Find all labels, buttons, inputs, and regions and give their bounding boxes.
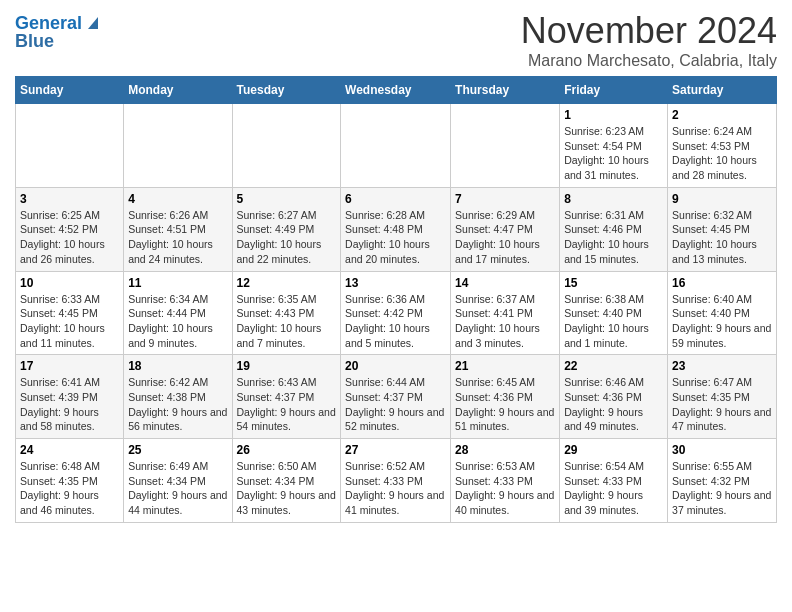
day-number: 3 xyxy=(20,192,119,206)
logo: General Blue xyxy=(15,14,102,52)
day-cell: 25Sunrise: 6:49 AM Sunset: 4:34 PM Dayli… xyxy=(124,439,232,523)
logo-subtext: Blue xyxy=(15,32,54,52)
day-cell: 3Sunrise: 6:25 AM Sunset: 4:52 PM Daylig… xyxy=(16,187,124,271)
day-number: 23 xyxy=(672,359,772,373)
day-cell: 22Sunrise: 6:46 AM Sunset: 4:36 PM Dayli… xyxy=(560,355,668,439)
day-info: Sunrise: 6:54 AM Sunset: 4:33 PM Dayligh… xyxy=(564,459,663,518)
day-info: Sunrise: 6:50 AM Sunset: 4:34 PM Dayligh… xyxy=(237,459,337,518)
day-number: 13 xyxy=(345,276,446,290)
day-cell: 7Sunrise: 6:29 AM Sunset: 4:47 PM Daylig… xyxy=(451,187,560,271)
day-info: Sunrise: 6:44 AM Sunset: 4:37 PM Dayligh… xyxy=(345,375,446,434)
day-cell: 17Sunrise: 6:41 AM Sunset: 4:39 PM Dayli… xyxy=(16,355,124,439)
day-cell: 8Sunrise: 6:31 AM Sunset: 4:46 PM Daylig… xyxy=(560,187,668,271)
day-info: Sunrise: 6:31 AM Sunset: 4:46 PM Dayligh… xyxy=(564,208,663,267)
day-info: Sunrise: 6:43 AM Sunset: 4:37 PM Dayligh… xyxy=(237,375,337,434)
day-number: 15 xyxy=(564,276,663,290)
day-info: Sunrise: 6:45 AM Sunset: 4:36 PM Dayligh… xyxy=(455,375,555,434)
day-number: 10 xyxy=(20,276,119,290)
day-number: 14 xyxy=(455,276,555,290)
day-info: Sunrise: 6:38 AM Sunset: 4:40 PM Dayligh… xyxy=(564,292,663,351)
day-number: 27 xyxy=(345,443,446,457)
day-number: 30 xyxy=(672,443,772,457)
day-cell: 19Sunrise: 6:43 AM Sunset: 4:37 PM Dayli… xyxy=(232,355,341,439)
day-info: Sunrise: 6:46 AM Sunset: 4:36 PM Dayligh… xyxy=(564,375,663,434)
day-number: 1 xyxy=(564,108,663,122)
day-cell: 13Sunrise: 6:36 AM Sunset: 4:42 PM Dayli… xyxy=(341,271,451,355)
day-info: Sunrise: 6:40 AM Sunset: 4:40 PM Dayligh… xyxy=(672,292,772,351)
week-row-2: 3Sunrise: 6:25 AM Sunset: 4:52 PM Daylig… xyxy=(16,187,777,271)
location: Marano Marchesato, Calabria, Italy xyxy=(521,52,777,70)
day-info: Sunrise: 6:28 AM Sunset: 4:48 PM Dayligh… xyxy=(345,208,446,267)
svg-marker-0 xyxy=(88,17,98,29)
day-info: Sunrise: 6:48 AM Sunset: 4:35 PM Dayligh… xyxy=(20,459,119,518)
week-row-4: 17Sunrise: 6:41 AM Sunset: 4:39 PM Dayli… xyxy=(16,355,777,439)
day-info: Sunrise: 6:23 AM Sunset: 4:54 PM Dayligh… xyxy=(564,124,663,183)
day-cell: 12Sunrise: 6:35 AM Sunset: 4:43 PM Dayli… xyxy=(232,271,341,355)
day-cell: 2Sunrise: 6:24 AM Sunset: 4:53 PM Daylig… xyxy=(668,104,777,188)
day-number: 2 xyxy=(672,108,772,122)
col-header-sunday: Sunday xyxy=(16,77,124,104)
day-info: Sunrise: 6:37 AM Sunset: 4:41 PM Dayligh… xyxy=(455,292,555,351)
day-number: 17 xyxy=(20,359,119,373)
calendar-table: SundayMondayTuesdayWednesdayThursdayFrid… xyxy=(15,76,777,523)
day-cell: 6Sunrise: 6:28 AM Sunset: 4:48 PM Daylig… xyxy=(341,187,451,271)
day-cell: 24Sunrise: 6:48 AM Sunset: 4:35 PM Dayli… xyxy=(16,439,124,523)
day-info: Sunrise: 6:41 AM Sunset: 4:39 PM Dayligh… xyxy=(20,375,119,434)
day-number: 16 xyxy=(672,276,772,290)
day-cell xyxy=(451,104,560,188)
day-number: 9 xyxy=(672,192,772,206)
col-header-thursday: Thursday xyxy=(451,77,560,104)
day-number: 25 xyxy=(128,443,227,457)
day-number: 12 xyxy=(237,276,337,290)
day-cell: 18Sunrise: 6:42 AM Sunset: 4:38 PM Dayli… xyxy=(124,355,232,439)
day-number: 5 xyxy=(237,192,337,206)
day-cell: 4Sunrise: 6:26 AM Sunset: 4:51 PM Daylig… xyxy=(124,187,232,271)
day-info: Sunrise: 6:26 AM Sunset: 4:51 PM Dayligh… xyxy=(128,208,227,267)
day-cell: 20Sunrise: 6:44 AM Sunset: 4:37 PM Dayli… xyxy=(341,355,451,439)
day-info: Sunrise: 6:34 AM Sunset: 4:44 PM Dayligh… xyxy=(128,292,227,351)
day-cell xyxy=(124,104,232,188)
day-info: Sunrise: 6:24 AM Sunset: 4:53 PM Dayligh… xyxy=(672,124,772,183)
header-row: SundayMondayTuesdayWednesdayThursdayFrid… xyxy=(16,77,777,104)
day-cell: 11Sunrise: 6:34 AM Sunset: 4:44 PM Dayli… xyxy=(124,271,232,355)
day-info: Sunrise: 6:47 AM Sunset: 4:35 PM Dayligh… xyxy=(672,375,772,434)
col-header-saturday: Saturday xyxy=(668,77,777,104)
day-info: Sunrise: 6:35 AM Sunset: 4:43 PM Dayligh… xyxy=(237,292,337,351)
day-cell: 27Sunrise: 6:52 AM Sunset: 4:33 PM Dayli… xyxy=(341,439,451,523)
day-cell: 14Sunrise: 6:37 AM Sunset: 4:41 PM Dayli… xyxy=(451,271,560,355)
day-cell: 26Sunrise: 6:50 AM Sunset: 4:34 PM Dayli… xyxy=(232,439,341,523)
title-area: November 2024 Marano Marchesato, Calabri… xyxy=(521,10,777,70)
day-number: 18 xyxy=(128,359,227,373)
header: General Blue November 2024 Marano Marche… xyxy=(15,10,777,70)
day-number: 29 xyxy=(564,443,663,457)
day-cell: 16Sunrise: 6:40 AM Sunset: 4:40 PM Dayli… xyxy=(668,271,777,355)
day-cell: 30Sunrise: 6:55 AM Sunset: 4:32 PM Dayli… xyxy=(668,439,777,523)
day-info: Sunrise: 6:36 AM Sunset: 4:42 PM Dayligh… xyxy=(345,292,446,351)
day-cell: 28Sunrise: 6:53 AM Sunset: 4:33 PM Dayli… xyxy=(451,439,560,523)
day-number: 6 xyxy=(345,192,446,206)
day-info: Sunrise: 6:27 AM Sunset: 4:49 PM Dayligh… xyxy=(237,208,337,267)
day-info: Sunrise: 6:33 AM Sunset: 4:45 PM Dayligh… xyxy=(20,292,119,351)
day-cell xyxy=(341,104,451,188)
day-info: Sunrise: 6:32 AM Sunset: 4:45 PM Dayligh… xyxy=(672,208,772,267)
month-title: November 2024 xyxy=(521,10,777,52)
day-cell: 1Sunrise: 6:23 AM Sunset: 4:54 PM Daylig… xyxy=(560,104,668,188)
day-cell: 10Sunrise: 6:33 AM Sunset: 4:45 PM Dayli… xyxy=(16,271,124,355)
day-info: Sunrise: 6:25 AM Sunset: 4:52 PM Dayligh… xyxy=(20,208,119,267)
day-number: 11 xyxy=(128,276,227,290)
day-number: 21 xyxy=(455,359,555,373)
day-cell: 15Sunrise: 6:38 AM Sunset: 4:40 PM Dayli… xyxy=(560,271,668,355)
day-info: Sunrise: 6:42 AM Sunset: 4:38 PM Dayligh… xyxy=(128,375,227,434)
day-cell: 5Sunrise: 6:27 AM Sunset: 4:49 PM Daylig… xyxy=(232,187,341,271)
day-number: 20 xyxy=(345,359,446,373)
logo-arrow-icon xyxy=(84,13,102,31)
day-cell: 29Sunrise: 6:54 AM Sunset: 4:33 PM Dayli… xyxy=(560,439,668,523)
col-header-monday: Monday xyxy=(124,77,232,104)
day-number: 28 xyxy=(455,443,555,457)
day-number: 26 xyxy=(237,443,337,457)
day-number: 8 xyxy=(564,192,663,206)
day-cell: 21Sunrise: 6:45 AM Sunset: 4:36 PM Dayli… xyxy=(451,355,560,439)
day-number: 7 xyxy=(455,192,555,206)
day-number: 19 xyxy=(237,359,337,373)
week-row-1: 1Sunrise: 6:23 AM Sunset: 4:54 PM Daylig… xyxy=(16,104,777,188)
